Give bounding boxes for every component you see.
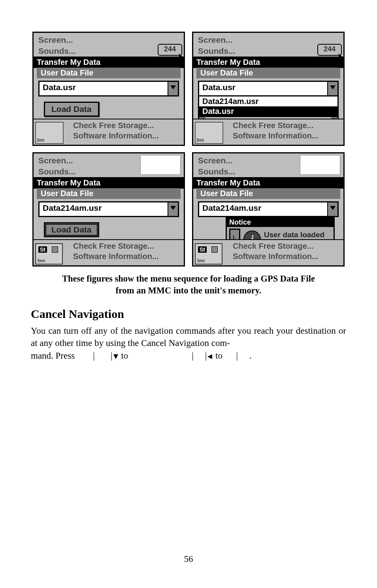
bottom-menu: 2mi Check Free Storage... Software Infor… bbox=[34, 119, 184, 145]
blank-box bbox=[140, 155, 181, 175]
screenshot-a: Screen... Sounds... 244 Transfer My Data… bbox=[32, 32, 185, 146]
notice-title: Notice bbox=[227, 218, 334, 227]
map-preview-icon: St 5mi bbox=[195, 243, 222, 265]
menu-item-software-info: Software Information... bbox=[233, 131, 319, 140]
dialog-panel: User Data File Data.usr Data214am.usr Da… bbox=[196, 68, 340, 119]
street-label: St bbox=[198, 246, 207, 253]
flag-icon bbox=[211, 246, 218, 253]
map-preview-icon: 2mi bbox=[195, 122, 223, 144]
chevron-down-icon[interactable] bbox=[327, 202, 337, 216]
bottom-menu: 2mi Check Free Storage... Software Infor… bbox=[193, 119, 343, 145]
scale-label: 5mi bbox=[38, 258, 45, 263]
bearing-badge: 244 bbox=[317, 44, 342, 56]
menu-item-software-info: Software Information... bbox=[73, 252, 159, 261]
section-heading: Cancel Navigation bbox=[31, 307, 346, 321]
page-number: 56 bbox=[0, 554, 377, 564]
menu-item-software-info: Software Information... bbox=[233, 252, 319, 261]
dropdown-option-selected[interactable]: Data.usr bbox=[199, 106, 337, 116]
field-label: User Data File bbox=[196, 188, 340, 199]
file-select[interactable]: Data214am.usr bbox=[38, 201, 179, 217]
dialog-title: Transfer My Data bbox=[193, 57, 343, 68]
figure-caption: These figures show the menu sequence for… bbox=[31, 273, 346, 297]
screenshot-b: Screen... Sounds... 244 Transfer My Data… bbox=[192, 32, 345, 146]
bottom-menu: St 5mi Check Free Storage... Software In… bbox=[193, 239, 343, 265]
file-select-value: Data.usr bbox=[40, 82, 168, 95]
dialog-panel: User Data File Data214am.usr Load Data bbox=[37, 188, 181, 239]
map-preview-icon: St 5mi bbox=[35, 243, 63, 265]
menu-item-check-storage: Check Free Storage... bbox=[233, 242, 314, 251]
file-select-value: Data214am.usr bbox=[199, 202, 327, 216]
body-paragraph: You can turn off any of the navigation c… bbox=[31, 325, 346, 350]
screenshot-d: Screen... Sounds... Transfer My Data Use… bbox=[192, 152, 345, 267]
menu-item-check-storage: Check Free Storage... bbox=[73, 242, 154, 251]
street-label: St bbox=[38, 246, 47, 253]
map-preview-icon: 2mi bbox=[35, 122, 64, 144]
field-label: User Data File bbox=[37, 188, 181, 199]
scale-label: 5mi bbox=[197, 258, 205, 263]
flag-icon bbox=[52, 246, 58, 253]
menu-item-check-storage: Check Free Storage... bbox=[73, 121, 154, 130]
dialog-title: Transfer My Data bbox=[34, 57, 184, 68]
body-paragraph-2: mand. Press | | to | | to | . bbox=[31, 350, 346, 362]
menu-item-check-storage: Check Free Storage... bbox=[233, 121, 314, 130]
blank-box bbox=[300, 155, 340, 175]
menu-item-software-info: Software Information... bbox=[73, 131, 159, 140]
file-select-value: Data.usr bbox=[199, 82, 327, 95]
file-select[interactable]: Data214am.usr bbox=[198, 201, 339, 217]
load-data-button[interactable]: Load Data bbox=[44, 102, 99, 117]
field-label: User Data File bbox=[37, 68, 181, 78]
bottom-menu: St 5mi Check Free Storage... Software In… bbox=[34, 239, 184, 265]
file-select-value: Data214am.usr bbox=[40, 202, 168, 216]
scale-label: 2mi bbox=[37, 138, 44, 142]
screenshot-c: Screen... Sounds... Transfer My Data Use… bbox=[32, 152, 185, 267]
dialog-panel: User Data File Data214am.usr Notice L Us… bbox=[196, 188, 340, 239]
file-select[interactable]: Data.usr bbox=[198, 81, 339, 96]
bearing-badge: 244 bbox=[158, 44, 182, 56]
scale-label: 2mi bbox=[196, 138, 204, 142]
dialog-panel: User Data File Data.usr Load Data bbox=[37, 68, 181, 119]
chevron-down-icon[interactable] bbox=[168, 82, 178, 95]
dialog-title: Transfer My Data bbox=[193, 177, 343, 189]
arrow-left-icon bbox=[207, 351, 213, 361]
dropdown-option[interactable]: Data214am.usr bbox=[199, 96, 337, 106]
arrow-down-icon bbox=[113, 351, 119, 361]
chevron-down-icon[interactable] bbox=[327, 82, 337, 95]
load-data-button[interactable]: Load Data bbox=[44, 222, 99, 237]
field-label: User Data File bbox=[196, 68, 340, 78]
chevron-down-icon[interactable] bbox=[168, 202, 178, 216]
dialog-title: Transfer My Data bbox=[34, 177, 184, 189]
file-select[interactable]: Data.usr bbox=[38, 81, 179, 96]
